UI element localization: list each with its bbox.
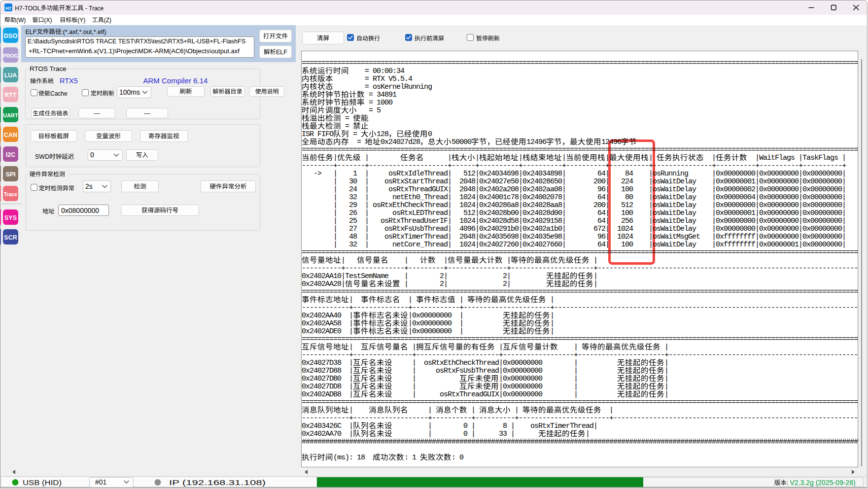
svg-text:|: | [649, 154, 653, 162]
svg-text:64|: 64| [597, 193, 609, 202]
svg-text:|: | [408, 296, 412, 304]
svg-text:80: 80 [625, 193, 633, 202]
svg-text:1024: 1024 [617, 225, 633, 233]
svg-text:|: | [428, 422, 432, 430]
svg-text:osRtxThreadUserIF|: osRtxThreadUserIF| [381, 217, 451, 225]
svg-text:+RL-TCPnet+emWin6.x(V1.1)\Proj: +RL-TCPnet+emWin6.x(V1.1)\Project\MDK-AR… [29, 47, 240, 55]
svg-text:1024|0x240286a8|0x24028aa8|: 1024|0x240286a8|0x24028aa8| [459, 201, 566, 210]
svg-text:|: | [412, 375, 416, 383]
svg-text:|: | [349, 406, 353, 415]
svg-text:27: 27 [349, 225, 357, 233]
svg-text:|: | [515, 406, 519, 415]
svg-text:RTOS Trace: RTOS Trace [30, 65, 67, 72]
svg-text:|: | [593, 272, 597, 280]
svg-text:CAN: CAN [4, 132, 17, 139]
svg-text:SPI: SPI [5, 171, 15, 178]
svg-text:->: -> [313, 170, 322, 178]
svg-text:224: 224 [621, 177, 633, 186]
svg-text:==============================: ========================================… [302, 398, 858, 407]
svg-text:netEth0_Thread|: netEth0_Thread| [392, 193, 451, 202]
svg-text:=: = [357, 138, 361, 146]
svg-text:24: 24 [349, 185, 357, 194]
svg-text:|: | [349, 312, 353, 320]
svg-text:34891: 34891 [377, 91, 397, 99]
svg-text:|: | [365, 185, 369, 194]
svg-text:2048|0x2402a208|0x2402aa08|: 2048|0x2402a208|0x2402aa08| [459, 185, 566, 194]
svg-text:100: 100 [621, 241, 633, 249]
svg-text:|: | [349, 422, 353, 430]
svg-text:1024|0x24028d58|0x24029158|: 1024|0x24028d58|0x24029158| [459, 217, 566, 225]
svg-text:osRtxThreadGUIX|0x00000000: osRtxThreadGUIX|0x00000000 [440, 390, 543, 399]
svg-text:33: 33 [499, 430, 507, 438]
svg-text:|: | [333, 177, 337, 186]
svg-text:|: | [459, 327, 463, 336]
svg-text:|: | [349, 296, 353, 304]
svg-text:0x2402AA40: 0x2402AA40 [302, 312, 342, 320]
svg-text::: : [404, 454, 408, 462]
svg-text:|: | [412, 383, 416, 391]
svg-text:96|: 96| [597, 185, 609, 194]
svg-text:8: 8 [503, 422, 507, 430]
svg-text:|: | [365, 170, 369, 178]
svg-text:5: 5 [377, 106, 381, 115]
svg-text:0x2402ADB8: 0x2402ADB8 [302, 390, 342, 399]
svg-text:|: | [550, 327, 554, 336]
svg-text:(Y): (Y) [77, 17, 85, 24]
svg-text:|osWaitDelay: |osWaitDelay [649, 225, 696, 233]
svg-text:64|: 64| [597, 170, 609, 178]
svg-text:V5.5.4: V5.5.4 [388, 75, 413, 83]
svg-text:|0x00000000|0x00000000|0x00000: |0x00000000|0x00000000|0x00000000| [712, 201, 846, 210]
svg-text:|: | [333, 170, 337, 178]
svg-text:UART: UART [3, 112, 18, 118]
svg-text:128: 128 [377, 130, 389, 139]
svg-text:SWD: SWD [35, 153, 49, 160]
svg-text:I2C: I2C [6, 151, 15, 158]
svg-text:0: 0 [463, 422, 468, 430]
svg-text:---: --- [94, 109, 100, 117]
svg-text:0: 0 [463, 430, 468, 438]
svg-text:0: 0 [90, 151, 94, 159]
svg-text:|: | [404, 272, 408, 280]
svg-text:==============================: ========================================… [302, 146, 858, 154]
svg-text:4096|0x240291b0|0x2402a1b0|: 4096|0x240291b0|0x2402a1b0| [459, 225, 566, 233]
svg-text:|0x00000000: |0x00000000 [408, 327, 452, 336]
svg-text:|osWaitDelay: |osWaitDelay [649, 185, 696, 194]
svg-text:30: 30 [349, 177, 357, 186]
svg-text:|: | [664, 343, 668, 351]
svg-text:|: | [574, 375, 578, 383]
svg-text:|: | [365, 193, 369, 202]
svg-text:0: 0 [428, 130, 432, 139]
svg-text:|: | [349, 390, 353, 399]
svg-text:DSO: DSO [3, 32, 17, 39]
svg-text:|osWaitDelay: |osWaitDelay [649, 201, 696, 210]
svg-text:2048|0x24035698|0x24035e98|: 2048|0x24035698|0x24035e98| [459, 233, 566, 241]
svg-text:|0x00000000|0x00000000|0x00000: |0x00000000|0x00000000|0x00000000| [712, 217, 846, 225]
svg-text:Trace: Trace [4, 191, 18, 197]
svg-text:|: | [365, 177, 369, 186]
svg-text:SYS: SYS [4, 214, 17, 221]
svg-text:|: | [499, 343, 503, 351]
svg-text::: : [451, 454, 455, 462]
svg-text:0x24027D88: 0x24027D88 [302, 367, 342, 375]
svg-text:|: | [471, 422, 475, 430]
svg-text:|: | [444, 256, 448, 265]
svg-text:|: | [550, 312, 554, 320]
svg-text:2s: 2s [85, 182, 93, 190]
svg-text:100ms: 100ms [119, 88, 140, 96]
svg-text:H7: H7 [5, 5, 11, 11]
svg-text:|: | [349, 367, 353, 375]
svg-text:64|: 64| [597, 209, 609, 217]
svg-text:=: = [345, 114, 349, 123]
svg-text:------------+--------------+--: ------------+--------------+------------… [302, 304, 858, 312]
svg-text:=: = [369, 91, 373, 99]
svg-text:|: | [333, 209, 337, 217]
svg-text:|: | [404, 256, 408, 265]
svg-text:=: = [365, 83, 369, 91]
svg-text:2|: 2| [440, 280, 448, 288]
svg-text:|: | [574, 343, 578, 351]
svg-text:512|0x24028b00|0x24028d00|: 512|0x24028b00|0x24028d00| [463, 209, 566, 217]
svg-text:|: | [459, 296, 463, 304]
svg-text:RTT: RTT [4, 92, 17, 99]
svg-text:200|: 200| [593, 177, 609, 186]
svg-text:|: | [459, 319, 463, 328]
